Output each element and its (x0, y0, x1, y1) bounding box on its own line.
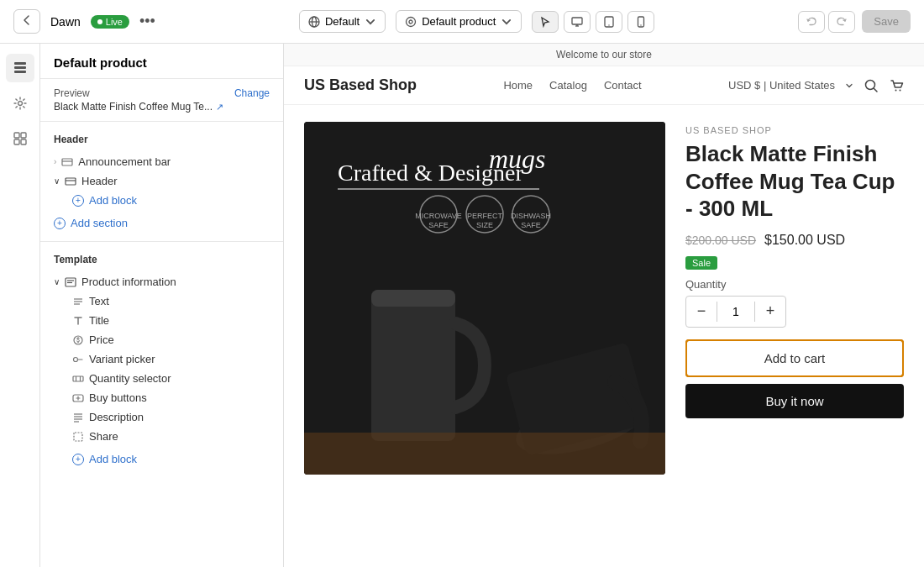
share-label: Share (89, 430, 118, 443)
plus-circle-icon: + (54, 218, 66, 229)
svg-rect-5 (572, 18, 582, 24)
svg-rect-17 (21, 133, 26, 138)
tablet-icon (603, 16, 615, 28)
top-bar: Dawn Live ••• Default Default product (0, 0, 924, 44)
quantity-selector-label: Quantity selector (89, 372, 171, 385)
text-item[interactable]: Text (72, 291, 270, 311)
apps-icon (13, 131, 28, 146)
template-section-title: Template (54, 254, 270, 265)
description-icon (72, 412, 84, 423)
store-nav: US Based Shop Home Catalog Contact USD $… (284, 66, 924, 105)
title-item[interactable]: Title (72, 311, 270, 330)
description-item[interactable]: Description (72, 407, 270, 427)
welcome-bar: Welcome to our store (284, 44, 924, 66)
add-section-link[interactable]: + Add section (54, 213, 270, 233)
price-item[interactable]: Price (72, 330, 270, 349)
view-dropdown[interactable]: Default (299, 10, 386, 33)
product-icon (405, 16, 417, 28)
announcement-bar-item[interactable]: › Announcement bar (54, 152, 270, 171)
svg-rect-19 (21, 139, 26, 144)
live-badge: Live (91, 15, 129, 29)
product-info-item[interactable]: ∨ Product information (54, 272, 270, 291)
shop-name-small: US BASED SHOP (685, 125, 904, 135)
plus-icon: + (72, 195, 84, 207)
svg-text:SIZE: SIZE (476, 221, 493, 229)
redo-button[interactable] (828, 11, 855, 33)
nav-chevron-icon (845, 81, 853, 90)
nav-catalog[interactable]: Catalog (549, 79, 587, 92)
chevron-down-icon (365, 16, 376, 28)
search-icon[interactable] (864, 78, 879, 93)
save-button[interactable]: Save (862, 10, 911, 33)
undo-redo-group (798, 11, 855, 33)
buy-buttons-item[interactable]: Buy buttons (72, 388, 270, 407)
text-label: Text (89, 295, 109, 307)
add-to-cart-button[interactable]: Add to cart (685, 339, 904, 377)
product-dropdown[interactable]: Default product (396, 10, 522, 33)
buy-now-button[interactable]: Buy it now (685, 384, 904, 418)
svg-rect-14 (14, 71, 26, 73)
mobile-icon (635, 16, 647, 28)
title-icon (72, 315, 84, 327)
top-bar-left: Dawn Live ••• (13, 9, 155, 34)
quantity-selector-item[interactable]: Quantity selector (72, 369, 270, 388)
svg-point-4 (409, 20, 412, 24)
quantity-value: 1 (717, 305, 754, 318)
settings-icon-btn[interactable] (6, 89, 34, 118)
tablet-view-btn[interactable] (596, 11, 622, 33)
sale-badge: Sale (685, 256, 717, 270)
cart-icon[interactable] (889, 78, 904, 93)
svg-point-11 (641, 24, 642, 25)
svg-rect-22 (66, 178, 76, 185)
original-price: $200.00 USD (685, 234, 756, 247)
variant-icon (72, 354, 84, 365)
undo-icon (806, 16, 817, 28)
default-product-label: Default product (422, 15, 496, 28)
announcement-bar-label: Announcement bar (78, 155, 171, 168)
svg-rect-12 (14, 62, 26, 65)
globe-icon (308, 16, 320, 28)
change-preview-link[interactable]: Change (234, 87, 270, 99)
quantity-decrease-button[interactable]: − (686, 297, 717, 327)
store-nav-links: Home Catalog Contact (503, 79, 641, 92)
nav-home[interactable]: Home (503, 79, 533, 92)
share-item[interactable]: Share (72, 427, 270, 446)
sidebar-panel-title: Default product (40, 44, 283, 79)
svg-rect-58 (371, 290, 455, 441)
chevron-icon2: ∨ (54, 176, 60, 186)
quantity-increase-button[interactable]: + (755, 297, 785, 327)
apps-icon-btn[interactable] (6, 124, 34, 153)
active-device-btn[interactable] (532, 11, 559, 33)
currency-selector[interactable]: USD $ | United States (728, 79, 835, 92)
price-label: Price (89, 333, 114, 346)
default-view-label: Default (325, 15, 360, 28)
mobile-view-btn[interactable] (627, 11, 654, 33)
svg-rect-18 (14, 139, 19, 144)
more-button[interactable]: ••• (139, 13, 155, 30)
nav-contact[interactable]: Contact (604, 79, 642, 92)
header-item[interactable]: ∨ Header (54, 171, 270, 191)
back-button[interactable] (13, 9, 40, 34)
preview-area: Welcome to our store US Based Shop Home … (284, 44, 924, 567)
svg-rect-13 (14, 66, 26, 69)
svg-rect-20 (62, 159, 72, 165)
undo-button[interactable] (798, 11, 825, 33)
variant-picker-label: Variant picker (89, 353, 155, 365)
desktop-view-btn[interactable] (564, 11, 591, 33)
redo-icon (836, 16, 848, 28)
svg-rect-62 (304, 433, 665, 475)
svg-point-9 (609, 24, 610, 25)
svg-rect-40 (74, 433, 82, 441)
header-children: + Add block (54, 191, 270, 210)
variant-picker-item[interactable]: Variant picker (72, 349, 270, 369)
monitor-icon (571, 16, 583, 28)
sections-icon-btn[interactable] (6, 54, 34, 82)
product-image-area: Crafted & Designer mugs MICROWAVE SAFE P… (304, 122, 665, 550)
add-block2-link[interactable]: + Add block (72, 449, 270, 469)
add-block-link[interactable]: + Add block (72, 191, 270, 210)
svg-point-44 (900, 89, 901, 91)
product-image: Crafted & Designer mugs MICROWAVE SAFE P… (304, 122, 665, 475)
preview-info: Preview Black Matte Finish Coffee Mug Te… (54, 87, 223, 113)
header-section-title: Header (54, 134, 270, 145)
plus-circle2-icon: + (72, 454, 84, 465)
